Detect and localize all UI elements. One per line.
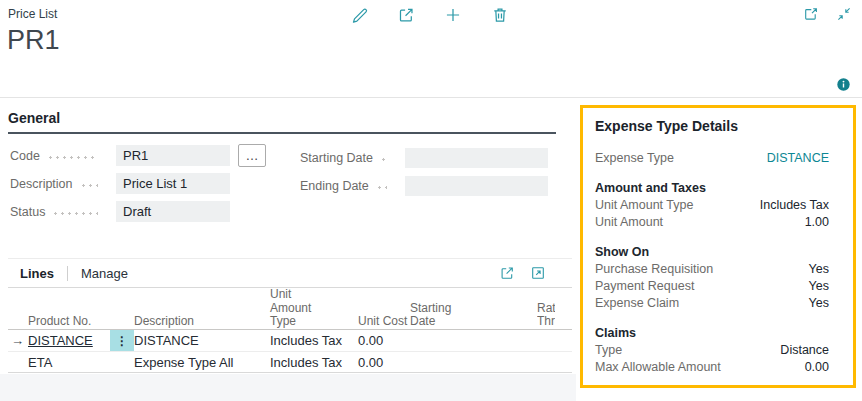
lines-toolbar: Lines Manage — [8, 259, 572, 288]
claims-heading: Claims — [595, 325, 829, 342]
fact-row-unit-amount: Unit Amount 1.00 — [595, 214, 829, 231]
assist-edit-button[interactable]: … — [238, 144, 266, 167]
amount-and-taxes-heading: Amount and Taxes — [595, 180, 829, 197]
description-input[interactable]: Price List 1 — [116, 173, 230, 194]
fact-row-claims-type: Type Distance — [595, 342, 829, 359]
cell-unit-amount-type[interactable]: Includes Tax — [270, 333, 350, 348]
column-rate-threshold[interactable]: Rate Threshold — [537, 302, 555, 329]
lines-empty-area — [0, 374, 576, 401]
cell-unit-amount-type[interactable]: Includes Tax — [270, 355, 350, 370]
general-section-heading[interactable]: General — [8, 110, 556, 134]
column-unit-cost[interactable]: Unit Cost — [350, 315, 408, 329]
page-toolbar — [350, 6, 509, 24]
info-icon[interactable] — [836, 77, 851, 92]
fact-row-purchase-requisition: Purchase Requisition Yes — [595, 261, 829, 278]
code-input[interactable]: PR1 — [116, 145, 230, 166]
status-input[interactable]: Draft — [116, 201, 230, 222]
cell-description[interactable]: DISTANCE — [134, 333, 270, 348]
table-row[interactable]: → DISTANCE ⋮ DISTANCE Includes Tax 0.00 — [8, 330, 572, 352]
lines-expand-icon[interactable] — [530, 265, 546, 281]
dotted-leader — [47, 156, 98, 159]
table-row[interactable]: ETA Expense Type All Includes Tax 0.00 — [8, 352, 572, 373]
column-unit-amount-type[interactable]: Unit Amount Type — [270, 288, 350, 329]
cell-product-no[interactable]: ETA — [28, 355, 110, 370]
starting-date-input[interactable] — [405, 148, 548, 168]
header-divider — [0, 97, 862, 98]
row-menu-button[interactable]: ⋮ — [110, 330, 134, 351]
page-caption: Price List — [8, 7, 57, 21]
active-row-icon: → — [8, 333, 24, 348]
column-starting-date[interactable]: Starting Date — [408, 302, 484, 329]
dotted-leader — [380, 158, 387, 161]
product-no-link[interactable]: DISTANCE — [28, 333, 93, 348]
delete-icon[interactable] — [491, 6, 509, 24]
dotted-leader — [52, 212, 98, 215]
share-icon[interactable] — [397, 6, 415, 24]
description-field-label: Description — [10, 175, 108, 193]
ending-date-input[interactable] — [405, 176, 548, 196]
fact-row-expense-claim: Expense Claim Yes — [595, 295, 829, 312]
page-title: PR1 — [7, 25, 60, 56]
fact-row-payment-request: Payment Request Yes — [595, 278, 829, 295]
cell-unit-cost[interactable]: 0.00 — [350, 333, 408, 348]
column-product-no[interactable]: Product No. — [28, 315, 110, 329]
column-description[interactable]: Description — [134, 315, 270, 329]
popout-icon[interactable] — [803, 6, 819, 22]
dotted-leader — [376, 186, 387, 189]
cell-unit-cost[interactable]: 0.00 — [350, 355, 408, 370]
lines-bar-divider — [67, 266, 68, 281]
edit-icon[interactable] — [350, 6, 368, 24]
status-field-label: Status — [10, 203, 108, 221]
fact-row-max-allowable-amount: Max Allowable Amount 0.00 — [595, 359, 829, 376]
ending-date-field-label: Ending Date — [300, 177, 397, 195]
code-field-label: Code — [10, 147, 108, 165]
dotted-leader — [80, 184, 98, 187]
factbox-title: Expense Type Details — [595, 116, 829, 136]
lines-share-icon[interactable] — [499, 265, 515, 281]
expense-type-link[interactable]: DISTANCE — [767, 150, 829, 167]
lines-part: Lines Manage Product No. Description Uni… — [8, 258, 572, 373]
collapse-icon[interactable] — [836, 6, 852, 22]
new-icon[interactable] — [444, 6, 462, 24]
window-controls — [803, 6, 852, 22]
starting-date-field-label: Starting Date — [300, 149, 397, 167]
row-menu-icon: ⋮ — [116, 334, 128, 348]
fact-row-unit-amount-type: Unit Amount Type Includes Tax — [595, 197, 829, 214]
cell-description[interactable]: Expense Type All — [134, 355, 270, 370]
lines-tab: Lines — [20, 266, 54, 281]
manage-menu[interactable]: Manage — [81, 266, 128, 281]
lines-header-row: Product No. Description Unit Amount Type… — [8, 288, 572, 330]
show-on-heading: Show On — [595, 244, 829, 261]
expense-type-details-factbox: Expense Type Details Expense Type DISTAN… — [580, 105, 856, 388]
active-row-indicator: → — [8, 333, 28, 348]
fact-row-expense-type: Expense Type DISTANCE — [595, 150, 829, 167]
